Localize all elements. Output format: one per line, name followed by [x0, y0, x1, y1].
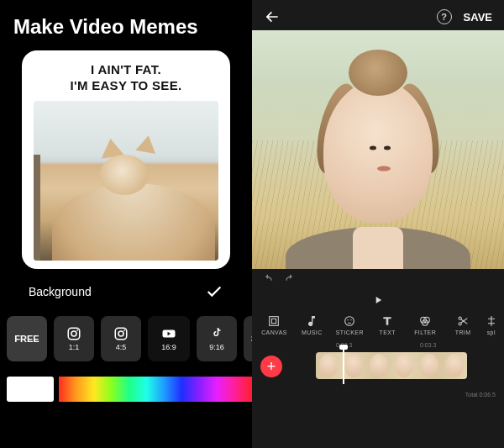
tiktok-icon	[209, 326, 224, 341]
tool-row: CANVAS MUSIC STICKER TEXT FILTER TRIM sp…	[252, 311, 504, 337]
ratio-4-5[interactable]: 4:5	[101, 316, 141, 361]
redo-icon[interactable]	[284, 273, 296, 285]
meme-card[interactable]: I AIN'T FAT. I'M EASY TO SEE.	[22, 50, 230, 269]
tool-sticker[interactable]: STICKER	[331, 314, 369, 335]
background-label: Background	[29, 285, 92, 298]
aspect-ratio-row: FREE 1:1 4:5 16:9 9:16 3:4	[0, 309, 252, 368]
meme-line-1: I AIN'T FAT.	[34, 62, 218, 78]
youtube-icon	[161, 326, 176, 341]
timeline[interactable]: 0:02.3 0:03.3 + Total 0:06.5	[252, 337, 504, 403]
play-row	[252, 289, 504, 311]
tool-canvas[interactable]: CANVAS	[255, 314, 293, 335]
undo-redo-row	[252, 269, 504, 289]
editor-topbar: ? SAVE	[252, 0, 504, 30]
ruler-tick: 0:03.3	[420, 342, 436, 348]
ratio-free[interactable]: FREE	[7, 316, 47, 361]
instagram-icon	[66, 326, 81, 341]
text-icon	[381, 314, 394, 328]
save-button[interactable]: SAVE	[464, 11, 492, 24]
playhead[interactable]	[343, 349, 344, 384]
color-palette	[7, 377, 252, 402]
svg-rect-7	[270, 317, 279, 326]
svg-point-5	[123, 329, 125, 330]
svg-point-11	[351, 319, 352, 320]
tool-text[interactable]: TEXT	[369, 314, 407, 335]
meme-panel: Make Video Memes I AIN'T FAT. I'M EASY T…	[0, 0, 252, 448]
meme-image	[34, 101, 218, 261]
instagram-icon	[113, 326, 129, 341]
undo-icon[interactable]	[262, 273, 274, 285]
help-icon[interactable]: ?	[437, 9, 452, 24]
total-duration: Total 0:06.5	[465, 392, 496, 398]
svg-point-1	[71, 331, 76, 336]
meme-line-2: I'M EASY TO SEE.	[34, 78, 218, 94]
swatch-gradient[interactable]	[59, 377, 252, 402]
clip-strip[interactable]	[316, 352, 467, 379]
editor-panel: ? SAVE CANVAS MUSIC STICKER	[252, 0, 504, 448]
svg-point-10	[348, 319, 349, 320]
split-icon	[485, 314, 498, 328]
ratio-9-16[interactable]: 9:16	[197, 316, 237, 361]
svg-point-16	[459, 323, 461, 325]
svg-rect-8	[272, 319, 276, 323]
scissors-icon	[456, 314, 470, 328]
background-row: Background	[0, 269, 252, 309]
ratio-16-9[interactable]: 16:9	[148, 316, 190, 361]
tool-filter[interactable]: FILTER	[407, 314, 444, 335]
add-clip-button[interactable]: +	[260, 356, 282, 377]
svg-point-2	[76, 329, 78, 330]
music-icon	[305, 314, 318, 328]
svg-point-15	[459, 317, 461, 319]
timeline-ruler: 0:02.3 0:03.3	[252, 342, 504, 352]
tool-split[interactable]: spl	[482, 314, 501, 335]
ratio-3-4[interactable]: 3:4	[244, 316, 252, 361]
page-title: Make Video Memes	[0, 0, 252, 50]
play-icon[interactable]	[372, 294, 384, 306]
filter-icon	[418, 314, 432, 328]
video-preview[interactable]	[252, 30, 504, 269]
ratio-1-1[interactable]: 1:1	[54, 316, 94, 361]
canvas-icon	[267, 314, 281, 328]
svg-point-9	[345, 317, 354, 326]
back-icon[interactable]	[264, 8, 281, 25]
tool-music[interactable]: MUSIC	[293, 314, 331, 335]
confirm-icon[interactable]	[205, 282, 223, 301]
swatch-white[interactable]	[7, 377, 54, 402]
sticker-icon	[343, 314, 356, 328]
tool-trim[interactable]: TRIM	[444, 314, 482, 335]
meme-caption: I AIN'T FAT. I'M EASY TO SEE.	[34, 62, 218, 94]
svg-point-4	[118, 331, 123, 336]
